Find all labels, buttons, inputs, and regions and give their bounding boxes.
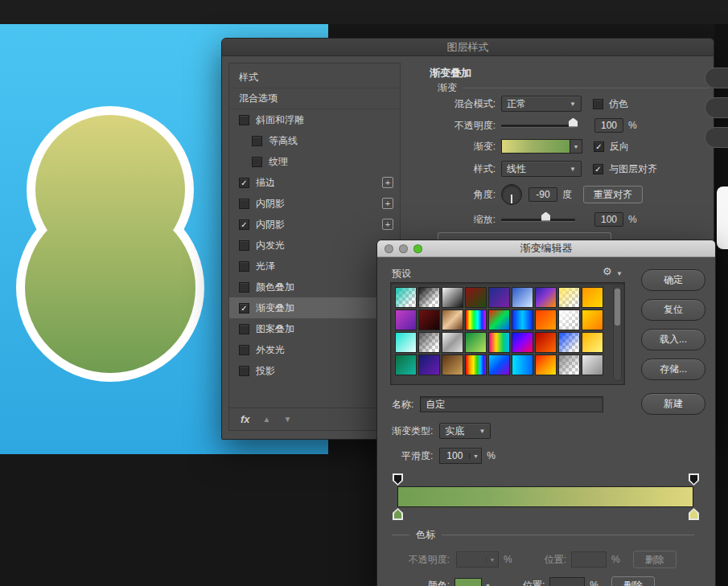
style-list-item-blending-options[interactable]: 混合选项 <box>229 88 400 109</box>
style-list-item-inner-shadow-1[interactable]: 内阴影 + <box>229 193 400 214</box>
gradient-preset-thumbnail[interactable] <box>535 309 557 330</box>
scale-value-field[interactable]: 100 <box>594 212 623 227</box>
style-list-item-bevel-emboss[interactable]: 斜面和浮雕 <box>229 109 400 130</box>
move-effect-up-icon[interactable]: ▲ <box>263 415 271 424</box>
effect-checkbox[interactable]: ✓ <box>239 303 249 313</box>
gradient-preset-thumbnail[interactable] <box>442 287 463 308</box>
effect-checkbox[interactable] <box>252 136 262 146</box>
effect-checkbox[interactable] <box>239 240 249 251</box>
opacity-slider[interactable] <box>501 125 575 127</box>
effect-checkbox[interactable] <box>239 282 249 293</box>
ok-button[interactable]: 确定 <box>641 269 705 291</box>
gradient-preset-thumbnail[interactable] <box>582 287 603 308</box>
gradient-preset-thumbnail[interactable] <box>558 309 580 330</box>
delete-stop-button[interactable]: 删除 <box>611 576 655 586</box>
scale-slider[interactable] <box>501 219 575 221</box>
gradient-preset-thumbnail[interactable] <box>418 332 440 353</box>
close-window-icon[interactable] <box>385 244 393 253</box>
opacity-stop-left[interactable] <box>393 473 403 486</box>
gradient-preset-thumbnail[interactable] <box>395 287 417 308</box>
opacity-value-field[interactable]: 100 <box>594 118 623 133</box>
gradient-preset-thumbnail[interactable] <box>488 354 510 375</box>
gradient-preset-thumbnail[interactable] <box>465 309 487 330</box>
reset-button[interactable]: 复位 <box>641 299 705 321</box>
style-list-item-inner-shadow-2[interactable]: ✓ 内阴影 + <box>229 214 400 235</box>
gradient-preset-thumbnail[interactable] <box>582 309 603 330</box>
add-effect-instance-icon[interactable]: + <box>382 219 393 230</box>
effect-checkbox[interactable] <box>252 157 262 167</box>
gradient-preset-thumbnail[interactable] <box>418 287 440 308</box>
gradient-preset-thumbnail[interactable] <box>535 287 557 308</box>
fx-icon[interactable]: fx <box>241 413 250 425</box>
gradient-preset-thumbnail[interactable] <box>512 309 533 330</box>
gradient-preset-thumbnail[interactable] <box>558 332 580 353</box>
add-effect-instance-icon[interactable]: + <box>382 177 393 188</box>
style-list-item-color-overlay[interactable]: 颜色叠加 <box>229 277 400 297</box>
effect-checkbox[interactable]: ✓ <box>239 178 249 188</box>
style-list-item-drop-shadow[interactable]: 投影 <box>229 360 400 381</box>
gradient-preset-thumbnail[interactable] <box>512 332 533 353</box>
position-value-field[interactable] <box>549 577 585 586</box>
stop-color-swatch[interactable] <box>454 578 482 586</box>
gradient-preset-thumbnail[interactable] <box>512 287 533 308</box>
gradient-preset-thumbnail[interactable] <box>465 354 487 375</box>
gradient-preset-thumbnail[interactable] <box>442 332 463 353</box>
presets-scrollbar-thumb[interactable] <box>615 289 620 326</box>
add-effect-instance-icon[interactable]: + <box>382 198 393 209</box>
save-button[interactable]: 存储... <box>641 359 705 380</box>
move-effect-down-icon[interactable]: ▼ <box>283 415 291 424</box>
style-list-item-satin[interactable]: 光泽 <box>229 256 400 277</box>
dither-checkbox[interactable] <box>593 99 603 109</box>
gradient-name-input[interactable] <box>420 396 603 412</box>
gradient-style-select[interactable]: 线性 ▼ <box>501 161 582 177</box>
scale-slider-knob[interactable] <box>541 212 550 221</box>
new-button[interactable]: 新建 <box>641 393 705 415</box>
effect-checkbox[interactable] <box>239 366 249 376</box>
gradient-preview-swatch[interactable] <box>501 139 570 154</box>
gradient-preset-thumbnail[interactable] <box>395 354 417 375</box>
angle-value-field[interactable]: -90 <box>529 187 557 202</box>
gradient-editor-titlebar[interactable]: 渐变编辑器 <box>377 240 715 257</box>
delete-stop-button[interactable]: 删除 <box>633 551 677 568</box>
gradient-preset-thumbnail[interactable] <box>558 354 580 375</box>
effect-checkbox[interactable] <box>239 324 249 334</box>
align-with-layer-checkbox[interactable]: ✓ <box>593 164 603 174</box>
blend-mode-select[interactable]: 正常 ▼ <box>501 96 582 112</box>
gradient-preview-bar[interactable] <box>397 486 693 507</box>
gradient-type-select[interactable]: 实底 ▼ <box>439 423 491 439</box>
gradient-preset-thumbnail[interactable] <box>582 332 603 353</box>
load-button[interactable]: 载入... <box>641 329 705 350</box>
opacity-stop-right[interactable] <box>689 473 699 486</box>
gradient-preset-thumbnail[interactable] <box>535 354 557 375</box>
gradient-preset-thumbnail[interactable] <box>558 287 580 308</box>
gradient-preset-thumbnail[interactable] <box>465 287 487 308</box>
color-stop-left[interactable] <box>393 508 403 520</box>
gradient-preset-thumbnail[interactable] <box>488 287 510 308</box>
reverse-checkbox[interactable]: ✓ <box>594 141 604 152</box>
stop-opacity-spinner[interactable]: ▼ <box>456 551 499 568</box>
gradient-preset-thumbnail[interactable] <box>582 354 603 375</box>
gradient-preset-thumbnail[interactable] <box>395 309 417 330</box>
effect-checkbox[interactable] <box>239 345 249 355</box>
style-list-item-stroke[interactable]: ✓ 描边 + <box>229 172 400 193</box>
cut-off-dialog-button-1[interactable] <box>705 68 728 88</box>
style-list-item-inner-glow[interactable]: 内发光 <box>229 235 400 256</box>
gradient-picker-arrow[interactable]: ▼ <box>570 139 582 154</box>
gradient-preset-thumbnail[interactable] <box>488 309 510 330</box>
style-list-item-styles[interactable]: 样式 <box>229 68 400 88</box>
style-list-item-texture[interactable]: 纹理 <box>229 151 400 172</box>
style-list-item-gradient-overlay[interactable]: ✓ 渐变叠加 <box>229 297 400 318</box>
gradient-preset-thumbnail[interactable] <box>488 332 510 353</box>
effect-checkbox[interactable] <box>239 115 249 125</box>
gradient-preset-thumbnail[interactable] <box>442 309 463 330</box>
angle-dial[interactable] <box>501 184 522 205</box>
gradient-preset-thumbnail[interactable] <box>535 332 557 353</box>
gradient-preset-thumbnail[interactable] <box>418 309 440 330</box>
effect-checkbox[interactable] <box>239 261 249 272</box>
cut-off-dialog-button-3[interactable] <box>705 127 728 148</box>
gear-menu-arrow-icon[interactable]: ▼ <box>616 270 623 277</box>
gear-icon[interactable]: ⚙ <box>603 265 612 277</box>
opacity-slider-knob[interactable] <box>569 118 578 127</box>
style-list-item-contour[interactable]: 等高线 <box>229 130 400 151</box>
gradient-preset-thumbnail[interactable] <box>395 332 417 353</box>
